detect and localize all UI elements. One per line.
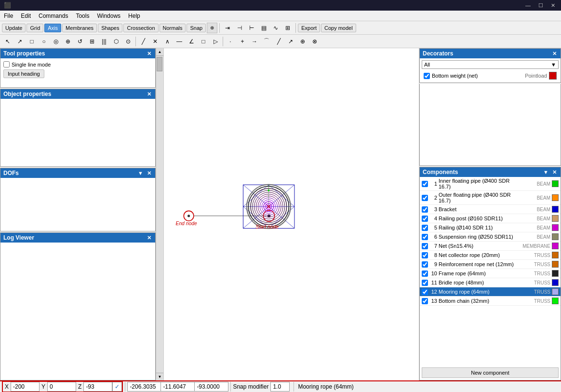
tb-normals[interactable]: Normals — [160, 24, 186, 32]
tb2-arc[interactable]: ⌒ — [261, 36, 272, 47]
tb2-horiz[interactable]: — — [174, 36, 185, 47]
object-properties-close[interactable]: ✕ — [146, 91, 152, 97]
dofs-close[interactable]: ✕ — [146, 170, 152, 176]
tb2-select2[interactable]: ↗ — [14, 36, 26, 47]
tb-icon-4[interactable]: ▤ — [258, 23, 269, 33]
tb2-ne[interactable]: ↗ — [285, 36, 296, 47]
status-check-btn[interactable]: ✓ — [112, 382, 122, 392]
menu-windows[interactable]: Windows — [93, 12, 124, 20]
tb2-diag2[interactable]: ╱ — [273, 36, 284, 47]
input-heading-button[interactable]: Input heading — [3, 69, 44, 78]
tb2-plus[interactable]: ⊕ — [297, 36, 308, 47]
component-checkbox[interactable] — [422, 195, 428, 201]
tb-snap-icon[interactable]: ⊕ — [207, 23, 217, 33]
component-checkbox[interactable] — [422, 261, 428, 268]
x-field[interactable]: -200 — [11, 382, 40, 392]
component-checkbox[interactable] — [422, 206, 428, 213]
tb2-arr[interactable]: → — [249, 36, 260, 47]
tb-membranes[interactable]: Membranes — [62, 24, 97, 32]
tb2-circle[interactable]: ○ — [38, 36, 50, 47]
component-checkbox[interactable] — [422, 243, 428, 249]
menu-commands[interactable]: Commands — [35, 12, 72, 20]
component-row[interactable]: 13Bottom chain (32mm)TRUSS — [420, 297, 561, 306]
tb-shapes[interactable]: Shapes — [98, 24, 122, 32]
y-field[interactable]: 0 — [47, 382, 76, 392]
component-checkbox[interactable] — [422, 280, 428, 286]
component-row[interactable]: 9Reinforcement rope net (12mm)TRUSS — [420, 260, 561, 269]
tb2-angle[interactable]: ∠ — [186, 36, 197, 47]
components-dropdown[interactable]: ▼ — [542, 169, 549, 176]
decorator-filter-select[interactable]: All ▼ — [422, 60, 559, 69]
component-row[interactable]: 11Bridle rope (48mm)TRUSS — [420, 278, 561, 287]
component-checkbox[interactable] — [422, 181, 428, 187]
tb-axis[interactable]: Axis — [44, 24, 61, 32]
menu-tools[interactable]: Tools — [72, 12, 93, 20]
tool-properties-close[interactable]: ✕ — [146, 51, 152, 57]
tb2-hex[interactable]: ⬡ — [110, 36, 122, 47]
tb2-cross[interactable]: ⊕ — [62, 36, 74, 47]
tb-icon-6[interactable]: ⊞ — [282, 23, 294, 33]
component-row[interactable]: 2Outer floating pipe (Ø400 SDR 16.7)BEAM — [420, 191, 561, 205]
tb-copy-model[interactable]: Copy model — [321, 24, 356, 32]
tb2-rotate[interactable]: ↺ — [74, 36, 86, 47]
decorator-checkbox-1[interactable] — [424, 73, 430, 79]
tb2-vee[interactable]: ∧ — [161, 36, 173, 47]
component-row[interactable]: 3BracketBEAM — [420, 205, 561, 214]
z-field[interactable]: -93 — [83, 382, 112, 392]
component-row[interactable]: 5Railing (Ø140 SDR 11)BEAM — [420, 223, 561, 232]
tb2-diag[interactable]: ╱ — [137, 36, 149, 47]
tb2-dot[interactable]: ⊙ — [122, 36, 134, 47]
component-row[interactable]: 1Inner floating pipe (Ø400 SDR 16.7)BEAM — [420, 177, 561, 191]
dofs-dropdown[interactable]: ▼ — [137, 170, 144, 176]
components-close[interactable]: ✕ — [551, 169, 558, 176]
canvas-area[interactable]: End node Start node — [164, 48, 419, 380]
component-row[interactable]: 12Mooring rope (64mm)TRUSS — [420, 287, 561, 297]
tb-update[interactable]: Update — [2, 24, 26, 32]
component-checkbox[interactable] — [422, 216, 428, 222]
scroll-up-button[interactable]: ▲ — [156, 48, 163, 56]
tb2-tri[interactable]: ▷ — [210, 36, 221, 47]
single-line-checkbox[interactable] — [3, 61, 10, 68]
menu-edit[interactable]: Edit — [17, 12, 35, 20]
tb-snap[interactable]: Snap — [187, 24, 206, 32]
scroll-thumb[interactable] — [157, 57, 162, 71]
log-viewer-close[interactable]: ✕ — [146, 235, 152, 241]
tb2-sq2[interactable]: □ — [198, 36, 209, 47]
new-component-button[interactable]: New component — [422, 367, 559, 378]
component-row[interactable]: 7Net (Sn15.4%)MEMBRANE — [420, 242, 561, 251]
tb2-rect[interactable]: □ — [26, 36, 38, 47]
menu-file[interactable]: File — [0, 12, 17, 20]
tb-icon-3[interactable]: ⊢ — [246, 23, 257, 33]
snap-modifier-value[interactable]: 1.0 — [270, 382, 290, 392]
tb2-grid[interactable]: ⊞ — [86, 36, 98, 47]
tb-export[interactable]: Export — [298, 24, 320, 32]
minimize-button[interactable]: — — [523, 2, 533, 9]
tb2-lines[interactable]: ||| — [98, 36, 110, 47]
component-checkbox[interactable] — [422, 225, 428, 231]
tb2-concentric[interactable]: ◎ — [50, 36, 62, 47]
tb2-x[interactable]: ✕ — [149, 36, 161, 47]
decorators-close[interactable]: ✕ — [551, 51, 558, 57]
tb2-pt[interactable]: · — [225, 36, 236, 47]
component-checkbox[interactable] — [422, 270, 428, 277]
component-row[interactable]: 10Frame rope (64mm)TRUSS — [420, 269, 561, 278]
maximize-button[interactable]: ☐ — [536, 2, 545, 9]
component-checkbox[interactable] — [422, 289, 428, 295]
scroll-down-button[interactable]: ▼ — [156, 373, 163, 380]
component-checkbox[interactable] — [422, 298, 428, 304]
tb-icon-1[interactable]: ⇥ — [222, 23, 233, 33]
tb-icon-2[interactable]: ⊣ — [234, 23, 245, 33]
tb2-circ2[interactable]: ⊗ — [309, 36, 321, 47]
close-button[interactable]: ✕ — [549, 2, 557, 9]
tb2-add[interactable]: + — [237, 36, 248, 47]
component-row[interactable]: 8Net collector rope (20mm)TRUSS — [420, 251, 561, 260]
component-row[interactable]: 4Railing post (Ø160 SDR11)BEAM — [420, 214, 561, 223]
tb-crossection[interactable]: Crossection — [123, 24, 158, 32]
menu-help[interactable]: Help — [124, 12, 144, 20]
component-checkbox[interactable] — [422, 252, 428, 258]
tb2-select[interactable]: ↖ — [2, 36, 13, 47]
tb-icon-5[interactable]: ∿ — [270, 23, 281, 33]
component-checkbox[interactable] — [422, 234, 428, 240]
tb-grid[interactable]: Grid — [27, 24, 43, 32]
component-row[interactable]: 6Suspension ring (Ø250 SDR11)BEAM — [420, 232, 561, 242]
